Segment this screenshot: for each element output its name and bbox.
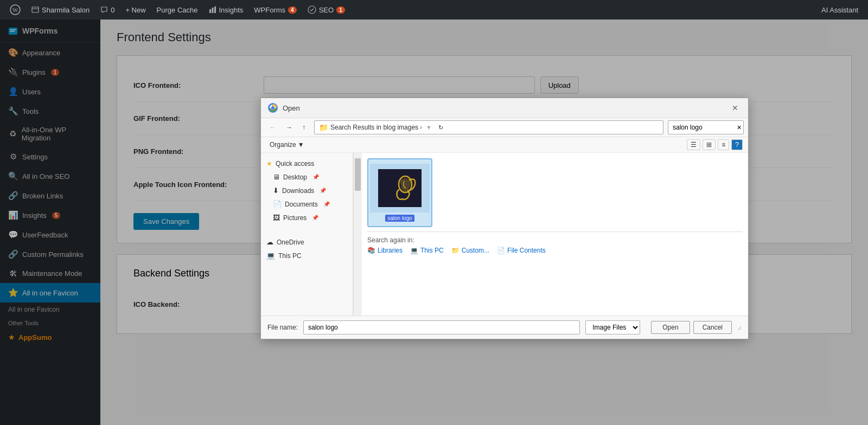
nav-scrollbar[interactable] xyxy=(353,153,362,315)
dialog-content: salon logo Search again in: 📚 Libraries … xyxy=(362,153,748,315)
search-clear-button[interactable]: ✕ xyxy=(737,124,742,131)
cancel-button[interactable]: Cancel xyxy=(693,321,732,334)
this-pc-icon: 💻 xyxy=(266,252,275,260)
search-again-section: Search again in: 📚 Libraries 💻 This PC 📁… xyxy=(367,231,743,259)
nav-pictures[interactable]: 🖼 Pictures 📌 xyxy=(261,211,353,224)
svg-point-7 xyxy=(308,6,316,14)
comments-item[interactable]: 0 xyxy=(95,0,120,20)
address-bar: 📁 Search Results in blog images › ▼ ↻ xyxy=(314,120,663,134)
this-pc-link[interactable]: 💻 This PC xyxy=(410,247,444,254)
custom-link-icon: 📁 xyxy=(451,247,459,254)
organize-button[interactable]: Organize ▼ xyxy=(266,140,308,150)
wp-logo[interactable]: W xyxy=(4,0,26,20)
nav-back-button[interactable]: ← xyxy=(265,121,280,133)
resize-handle[interactable]: ⊿ xyxy=(737,325,742,331)
purge-cache-item[interactable]: Purge Cache xyxy=(151,0,203,20)
file-grid: salon logo xyxy=(367,158,743,227)
view-list-button[interactable]: ☰ xyxy=(687,139,700,150)
search-container: ✕ xyxy=(668,120,744,134)
admin-bar: W Sharmila Salon 0 + New Purge Cache Ins… xyxy=(0,0,868,20)
libraries-icon: 📚 xyxy=(367,247,375,254)
nav-downloads[interactable]: ⬇ Downloads 📌 xyxy=(261,184,353,197)
help-button[interactable]: ? xyxy=(731,139,743,150)
nav-quick-access[interactable]: ★ Quick access xyxy=(261,157,353,170)
site-name[interactable]: Sharmila Salon xyxy=(26,0,95,20)
filename-input[interactable] xyxy=(303,320,580,334)
dialog-toolbar: ← → ↑ 📁 Search Results in blog images › … xyxy=(261,118,748,137)
nav-tree: ★ Quick access 🖥 Desktop 📌 ⬇ Downloads 📌… xyxy=(261,153,353,315)
onedrive-icon: ☁ xyxy=(266,238,273,246)
libraries-link[interactable]: 📚 Libraries xyxy=(367,247,403,254)
downloads-icon: ⬇ xyxy=(273,186,279,195)
search-input[interactable] xyxy=(668,120,744,134)
view-grid-button[interactable]: ⊞ xyxy=(703,139,716,150)
nav-up-button[interactable]: ↑ xyxy=(298,121,310,133)
file-name-label: salon logo xyxy=(385,215,414,222)
refresh-button[interactable]: ↻ xyxy=(434,122,448,133)
file-dialog: Open ✕ ← → ↑ 📁 Search Results in blog im… xyxy=(260,98,749,339)
seo-item[interactable]: SEO 1 xyxy=(302,0,350,20)
filetype-select[interactable]: Image Files xyxy=(585,320,640,334)
nav-desktop[interactable]: 🖥 Desktop 📌 xyxy=(261,170,353,184)
svg-rect-5 xyxy=(212,8,213,13)
file-contents-link[interactable]: 📄 File Contents xyxy=(497,247,546,254)
nav-onedrive[interactable]: ☁ OneDrive xyxy=(261,235,353,249)
view-details-button[interactable]: ≡ xyxy=(718,139,729,150)
chrome-icon xyxy=(267,102,278,113)
filename-label: File name: xyxy=(267,324,298,331)
view-buttons: ☰ ⊞ ≡ ? xyxy=(687,139,743,150)
nav-this-pc[interactable]: 💻 This PC xyxy=(261,249,353,262)
documents-icon: 📄 xyxy=(273,200,282,208)
address-path: Search Results in blog images xyxy=(330,124,418,131)
new-item[interactable]: + New xyxy=(120,0,151,20)
file-contents-icon: 📄 xyxy=(497,247,505,254)
svg-point-11 xyxy=(271,106,275,110)
ai-assistant-item[interactable]: AI Assistant xyxy=(816,0,864,20)
dialog-titlebar: Open ✕ xyxy=(261,98,748,118)
footer-actions: Open Cancel xyxy=(651,321,732,334)
this-pc-link-icon: 💻 xyxy=(410,247,418,254)
open-button[interactable]: Open xyxy=(651,321,690,334)
search-again-links: 📚 Libraries 💻 This PC 📁 Custom... 📄 File… xyxy=(367,247,743,254)
nav-scroll-thumb xyxy=(355,158,361,191)
desktop-icon: 🖥 xyxy=(273,173,280,181)
dialog-footer: File name: Image Files Open Cancel ⊿ xyxy=(261,315,748,339)
svg-text:W: W xyxy=(12,7,18,13)
organize-bar: Organize ▼ ☰ ⊞ ≡ ? xyxy=(261,137,748,153)
wpforms-badge: 4 xyxy=(288,7,297,14)
nav-forward-button[interactable]: → xyxy=(282,121,297,133)
nav-documents[interactable]: 📄 Documents 📌 xyxy=(261,197,353,211)
dialog-title: Open xyxy=(283,104,724,112)
seo-badge: 1 xyxy=(336,7,345,14)
salon-logo-preview xyxy=(378,169,422,207)
folder-icon: 📁 xyxy=(319,123,328,132)
svg-rect-4 xyxy=(209,9,211,13)
svg-rect-2 xyxy=(32,7,39,12)
insights-item[interactable]: Insights xyxy=(203,0,249,20)
dialog-close-button[interactable]: ✕ xyxy=(729,102,742,113)
custom-link[interactable]: 📁 Custom... xyxy=(451,247,489,254)
dialog-body: ★ Quick access 🖥 Desktop 📌 ⬇ Downloads 📌… xyxy=(261,153,748,315)
pictures-icon: 🖼 xyxy=(273,214,280,222)
svg-rect-6 xyxy=(214,7,216,13)
wpforms-item[interactable]: WPForms 4 xyxy=(248,0,302,20)
file-item-salon-logo[interactable]: salon logo xyxy=(367,158,432,227)
address-chevron-down: ▼ xyxy=(426,124,432,131)
quick-access-icon: ★ xyxy=(266,160,272,168)
file-thumbnail xyxy=(370,164,430,212)
